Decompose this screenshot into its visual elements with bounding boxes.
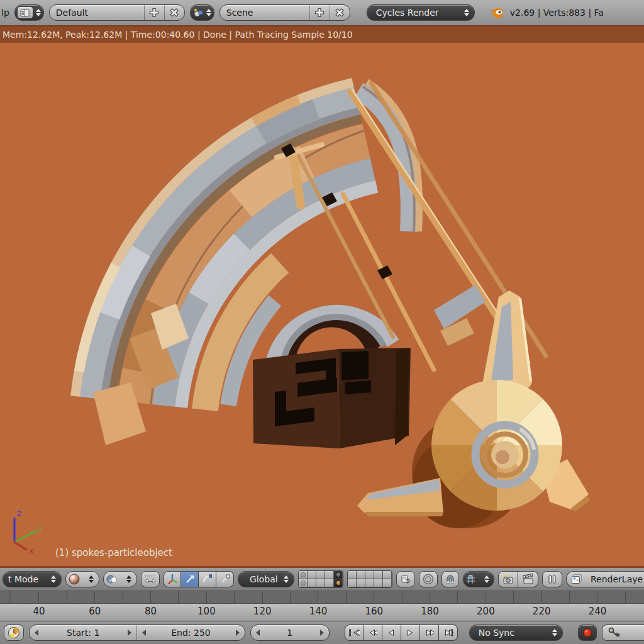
layer-toggle-7-bottom[interactable]	[357, 579, 365, 587]
previous-keyframe-button[interactable]	[364, 625, 382, 641]
pause-render-button[interactable]	[542, 571, 562, 587]
layer-toggle-8-bottom[interactable]	[365, 579, 374, 587]
timeline-tick-strip[interactable]	[0, 591, 644, 604]
jump-to-start-button[interactable]	[345, 625, 364, 641]
scale-manipulator-toggle[interactable]	[216, 571, 234, 587]
render-still-button[interactable]	[498, 571, 518, 587]
add-layout-button[interactable]	[144, 5, 164, 20]
layer-toggle-10-top[interactable]	[383, 571, 392, 579]
layer-toggle-9-top[interactable]	[374, 571, 383, 579]
layer-toggle-1-top[interactable]	[299, 571, 308, 579]
start-frame-field[interactable]: Start: 1	[30, 625, 136, 640]
end-frame-increase[interactable]	[236, 630, 240, 636]
render-animation-button[interactable]	[518, 571, 538, 587]
sync-mode-label: No Sync	[479, 628, 514, 638]
render-layer-dropdown[interactable]: RenderLaye	[566, 571, 644, 587]
timeline-frame-label: 120	[253, 606, 272, 617]
current-frame-value: 1	[287, 628, 292, 638]
current-frame-field[interactable]: 1	[250, 625, 330, 641]
start-frame-decrease[interactable]	[35, 630, 38, 636]
blender-logo-icon	[489, 6, 505, 19]
layer-toggle-7-top[interactable]	[357, 571, 365, 579]
screen-layout-selector[interactable]	[14, 4, 44, 21]
timeline-frame-label: 240	[589, 606, 607, 617]
layer-toggle-5-top[interactable]	[334, 571, 343, 579]
record-button[interactable]	[578, 625, 597, 641]
viewport-3d[interactable]: z y x (1) spokes-particleobject	[0, 43, 644, 566]
sync-mode-dropdown[interactable]: No Sync	[469, 625, 564, 641]
timeline-frame-label: 220	[533, 606, 551, 617]
layer-toggle-4-top[interactable]	[325, 571, 334, 579]
proportional-edit-button[interactable]	[419, 571, 438, 587]
add-scene-button[interactable]	[309, 5, 330, 20]
render-engine-dropdown[interactable]: Cycles Render	[367, 4, 475, 21]
layer-toggle-3-top[interactable]	[316, 571, 325, 579]
manipulator-group	[164, 571, 234, 587]
next-keyframe-button[interactable]	[420, 625, 439, 641]
end-frame-field[interactable]: End: 250	[136, 625, 244, 640]
viewport-toolbar: t Mode Global	[0, 568, 644, 591]
mode-dropdown[interactable]: t Mode	[3, 571, 62, 587]
close-scene-button[interactable]	[330, 5, 350, 20]
layer-toggle-10-bottom[interactable]	[383, 579, 392, 587]
editor-type-time-button[interactable]	[4, 625, 24, 641]
close-layout-button[interactable]	[164, 5, 184, 20]
end-frame-label: End: 250	[171, 628, 211, 638]
layer-toggle-6-top[interactable]	[348, 571, 357, 579]
start-frame-label: Start: 1	[67, 628, 99, 638]
playback-controls	[345, 625, 458, 641]
translate-manipulator-toggle[interactable]	[181, 571, 199, 587]
layout-name-field[interactable]: Default	[50, 5, 144, 20]
timeline-frame-label: 60	[89, 606, 101, 617]
timeline-frame-label: 140	[309, 606, 328, 617]
timeline-frame-label: 100	[197, 606, 216, 617]
layer-toggle-1-bottom[interactable]	[299, 579, 308, 587]
pivot-point-dropdown[interactable]	[103, 571, 137, 587]
axis-x-label: x	[29, 546, 34, 555]
transform-orientation-dropdown[interactable]: Global	[238, 571, 294, 587]
scene-stepper[interactable]	[204, 5, 214, 20]
layer-toggle-9-bottom[interactable]	[374, 579, 383, 587]
end-frame-decrease[interactable]	[142, 630, 146, 636]
timeline-frame-label: 80	[145, 606, 157, 617]
current-frame-increase[interactable]	[320, 630, 324, 636]
translate-axis-toggle[interactable]	[164, 571, 181, 587]
render-status-text: Mem:12.62M, Peak:12.62M | Time:00:40.60 …	[3, 30, 353, 40]
current-frame-decrease[interactable]	[256, 630, 260, 636]
timeline-frame-label: 40	[33, 606, 45, 617]
logo-plate	[253, 348, 411, 448]
rotate-manipulator-toggle[interactable]	[199, 571, 216, 587]
keying-set-button[interactable]	[602, 625, 644, 641]
timeline-frame-label: 180	[421, 606, 439, 617]
layout-stepper[interactable]	[33, 5, 43, 20]
layer-toggle-8-top[interactable]	[365, 571, 374, 579]
center-points-toggle[interactable]	[141, 571, 160, 587]
jump-to-end-button[interactable]	[439, 625, 458, 641]
layer-toggle-5-bottom[interactable]	[334, 579, 343, 587]
menu-clipped-label[interactable]: lp	[1, 8, 9, 18]
scene-name-field[interactable]: Scene	[220, 5, 309, 20]
snap-element-dropdown[interactable]	[463, 571, 494, 587]
layer-toggle-3-bottom[interactable]	[316, 579, 325, 587]
editor-type-icon	[17, 6, 33, 19]
snap-toggle-button[interactable]	[441, 571, 459, 587]
play-reverse-button[interactable]	[382, 625, 401, 641]
layer-grid	[298, 570, 392, 588]
info-header: lp Default Scene Cycles Render v2.69 | V…	[0, 0, 644, 25]
start-frame-increase[interactable]	[128, 630, 131, 636]
play-button[interactable]	[401, 625, 420, 641]
lock-modes-button[interactable]	[396, 571, 415, 587]
layer-toggle-2-top[interactable]	[308, 571, 316, 579]
scene-stats-label: v2.69 | Verts:883 | Fa	[510, 8, 640, 18]
timeline-frame-label: 160	[365, 606, 383, 617]
layer-toggle-6-bottom[interactable]	[348, 579, 357, 587]
engine-stepper	[462, 5, 472, 20]
render-engine-label: Cycles Render	[376, 8, 439, 18]
layer-toggle-2-bottom[interactable]	[308, 579, 316, 587]
scene-pill: Scene	[219, 4, 350, 21]
viewport-shading-dropdown[interactable]	[65, 571, 99, 587]
scene-selector[interactable]	[190, 4, 214, 21]
timeline-frame-numbers[interactable]: 406080100120140160180200220240	[0, 604, 644, 621]
timeline-header-bar: Start: 1 End: 250 1	[0, 621, 644, 644]
layer-toggle-4-bottom[interactable]	[325, 579, 334, 587]
